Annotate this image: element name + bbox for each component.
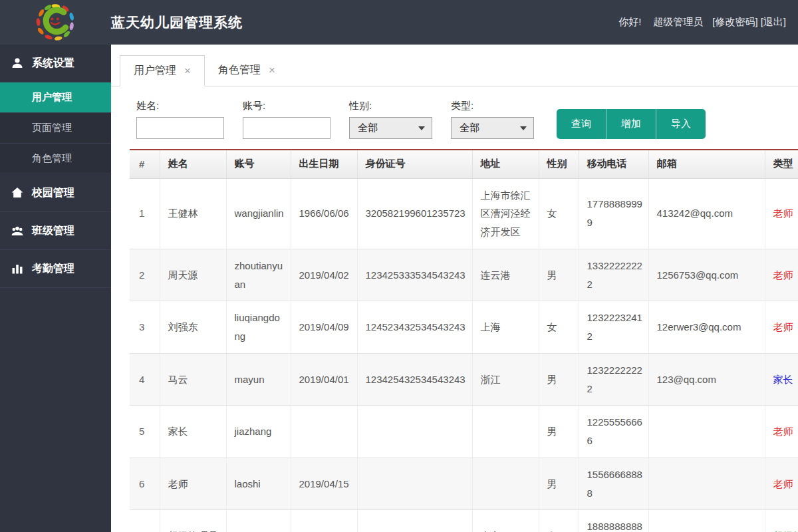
cell-name: 马云	[160, 353, 226, 406]
name-input[interactable]	[136, 117, 224, 139]
import-button[interactable]: 导入	[656, 109, 706, 139]
sidebar-item-page-management[interactable]: 页面管理	[0, 113, 111, 144]
logout-link[interactable]: [退出]	[761, 16, 786, 29]
table-row[interactable]: 6 老师 laoshi 2019/04/15 男 15566668888 老师	[130, 458, 798, 510]
type-select-value: 全部	[460, 122, 479, 134]
col-type: 类型	[765, 150, 798, 178]
main-content: 用户管理 × 角色管理 × 姓名: 账号: 性别: 全部	[111, 45, 798, 532]
cell-account: admin	[226, 510, 291, 532]
account-input[interactable]	[243, 117, 331, 139]
cell-account: laoshi	[226, 458, 291, 510]
tab-label: 用户管理	[134, 64, 176, 78]
cell-type: 家长	[765, 353, 798, 406]
cell-gender: 女	[539, 510, 579, 532]
cell-birth: 2019/04/02	[291, 249, 357, 301]
sidebar-item-user-management[interactable]: 用户管理	[0, 82, 111, 113]
sidebar-item-campus-management[interactable]: 校园管理	[0, 174, 111, 212]
cell-email: 123@qq.com	[648, 353, 765, 406]
cell-name: 家长	[160, 406, 226, 458]
col-id-card: 身份证号	[357, 150, 472, 178]
cell-email	[648, 406, 765, 458]
cell-birth: 2019/04/15	[291, 458, 357, 510]
cell-account: mayun	[226, 353, 291, 406]
table-row[interactable]: 2 周天源 zhoutianyuan 2019/04/02 1234253335…	[130, 249, 798, 301]
gender-filter-field: 性别: 全部	[349, 100, 432, 139]
cell-index: 5	[130, 406, 160, 458]
cell-email: 888@88.com	[648, 510, 765, 532]
home-icon	[11, 186, 24, 200]
cell-birth: 2019/04/09	[291, 301, 357, 354]
cell-id-card	[357, 406, 472, 458]
type-filter-field: 类型: 全部	[451, 100, 534, 139]
table-row[interactable]: 4 马云 mayun 2019/04/01 123425432534543243…	[130, 353, 798, 406]
col-birth: 出生日期	[291, 150, 357, 178]
user-info-bar: 你好! 超级管理员 [修改密码] [退出]	[618, 16, 798, 29]
cell-id-card: 320582199601235723	[357, 178, 472, 249]
cell-birth	[291, 406, 357, 458]
cell-account: zhoutianyuan	[226, 249, 291, 301]
gender-select[interactable]: 全部	[349, 117, 432, 139]
tab-user-management[interactable]: 用户管理 ×	[120, 55, 205, 86]
table-row[interactable]: 3 刘强东 liuqiangdong 2019/04/09 1245234325…	[130, 301, 798, 354]
sidebar-item-role-management[interactable]: 角色管理	[0, 144, 111, 174]
close-icon[interactable]: ×	[269, 65, 275, 76]
bar-chart-icon	[11, 262, 24, 275]
cell-index: 4	[130, 353, 160, 406]
table-row[interactable]: 7 超级管理员 admin 2019/04/15 123456789012345…	[130, 510, 798, 532]
cell-address: 上海	[472, 301, 539, 354]
sun-logo-icon	[31, 2, 80, 43]
type-select[interactable]: 全部	[451, 117, 534, 139]
user-table-container: # 姓名 账号 出生日期 身份证号 地址 性别 移动电话 邮箱 类型 1	[130, 149, 798, 532]
cell-email	[648, 458, 765, 510]
cell-gender: 男	[539, 353, 579, 406]
cell-address	[472, 458, 539, 510]
greeting-text: 你好!	[618, 16, 641, 29]
cell-phone: 18888888888	[579, 510, 648, 532]
col-address: 地址	[472, 150, 539, 178]
table-row[interactable]: 1 王健林 wangjianlin 1966/06/06 32058219960…	[130, 178, 798, 249]
col-gender: 性别	[539, 150, 579, 178]
cell-phone: 12322222222	[579, 353, 648, 406]
col-account: 账号	[226, 150, 291, 178]
change-password-link[interactable]: [修改密码]	[712, 16, 757, 29]
cell-id-card: 124523432534543243	[357, 301, 472, 354]
close-icon[interactable]: ×	[184, 65, 191, 76]
cell-gender: 女	[539, 301, 579, 354]
sidebar-item-class-management[interactable]: 班级管理	[0, 212, 111, 250]
user-icon	[11, 57, 24, 70]
cell-gender: 女	[539, 178, 579, 249]
name-filter-label: 姓名:	[136, 100, 224, 112]
cell-id-card: 123425432534543243	[357, 353, 472, 406]
cell-phone: 17788889999	[579, 178, 648, 249]
cell-name: 周天源	[160, 249, 226, 301]
cell-index: 6	[130, 458, 160, 510]
sidebar-item-system-settings[interactable]: 系统设置	[0, 45, 111, 82]
cell-email: 413242@qq.com	[648, 178, 765, 249]
cell-gender: 男	[539, 458, 579, 510]
header: 蓝天幼儿园管理系统 你好! 超级管理员 [修改密码] [退出]	[0, 0, 798, 45]
tab-role-management[interactable]: 角色管理 ×	[205, 55, 289, 86]
cell-index: 3	[130, 301, 160, 354]
type-filter-label: 类型:	[451, 100, 534, 112]
add-button[interactable]: 增加	[606, 109, 656, 139]
cell-phone: 15566668888	[579, 458, 648, 510]
sidebar-item-label: 页面管理	[32, 122, 72, 134]
table-row[interactable]: 5 家长 jiazhang 男 12255556666 老师	[130, 406, 798, 458]
cell-phone: 13322222222	[579, 249, 648, 301]
cell-address	[472, 406, 539, 458]
chevron-down-icon	[418, 126, 425, 130]
cell-index: 7	[130, 510, 160, 532]
query-button[interactable]: 查询	[557, 109, 606, 139]
tab-label: 角色管理	[218, 63, 261, 77]
sidebar-item-attendance-management[interactable]: 考勤管理	[0, 250, 111, 288]
col-name: 姓名	[160, 150, 226, 178]
cell-type: 老师	[765, 178, 798, 249]
cell-gender: 男	[539, 406, 579, 458]
cell-address: 连云港	[472, 249, 539, 301]
cell-id-card: 123425333534543243	[357, 249, 472, 301]
tab-bar: 用户管理 × 角色管理 ×	[111, 55, 798, 86]
cell-address: 上海市徐汇区漕河泾经济开发区	[472, 178, 539, 249]
action-button-group: 查询 增加 导入	[557, 109, 706, 139]
group-icon	[11, 224, 24, 237]
col-email: 邮箱	[648, 150, 765, 178]
